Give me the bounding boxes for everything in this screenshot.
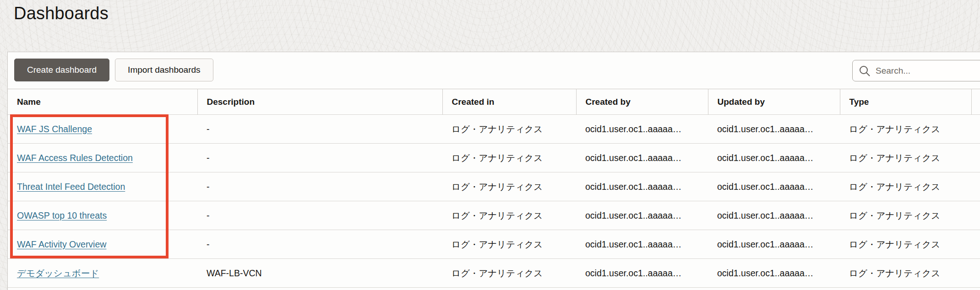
cell-name: デモダッシュボード xyxy=(8,259,197,288)
search-box[interactable] xyxy=(852,60,980,81)
cell-type: ログ・アナリティクス xyxy=(840,230,971,259)
cell-updated-by: ocid1.user.oc1..aaaaa… xyxy=(708,172,840,201)
cell-type: ログ・アナリティクス xyxy=(840,172,971,201)
cell-description: - xyxy=(197,115,442,144)
cell-description: - xyxy=(197,201,442,230)
table-row: デモダッシュボード WAF-LB-VCN ログ・アナリティクス ocid1.us… xyxy=(8,259,980,288)
cell-name: Threat Intel Feed Detection xyxy=(8,172,197,201)
cell-type: ログ・アナリティクス xyxy=(840,144,971,172)
table-row: WAF Activity Overview - ログ・アナリティクス ocid1… xyxy=(8,230,980,259)
cell-name: WAF Access Rules Detection xyxy=(8,144,197,172)
cell-updated-by: ocid1.user.oc1..aaaaa… xyxy=(708,201,840,230)
dashboard-link[interactable]: WAF Activity Overview xyxy=(17,239,106,249)
cell-filler xyxy=(971,259,980,288)
cell-updated-by: ocid1.user.oc1..aaaaa… xyxy=(708,259,840,288)
cell-filler xyxy=(971,115,980,144)
cell-updated-by: ocid1.user.oc1..aaaaa… xyxy=(708,115,840,144)
column-header-name[interactable]: Name xyxy=(8,89,197,115)
cell-type: ログ・アナリティクス xyxy=(840,259,971,288)
column-header-description[interactable]: Description xyxy=(197,89,442,115)
cell-created-in: ログ・アナリティクス xyxy=(442,201,576,230)
column-header-updated-by[interactable]: Updated by xyxy=(708,89,840,115)
cell-filler xyxy=(971,172,980,201)
cell-created-by: ocid1.user.oc1..aaaaa… xyxy=(576,172,708,201)
cell-created-in: ログ・アナリティクス xyxy=(442,259,576,288)
cell-created-by: ocid1.user.oc1..aaaaa… xyxy=(576,259,708,288)
cell-updated-by: ocid1.user.oc1..aaaaa… xyxy=(708,230,840,259)
table-row: WAF Access Rules Detection - ログ・アナリティクス … xyxy=(8,144,980,172)
cell-created-in: ログ・アナリティクス xyxy=(442,172,576,201)
content-panel: Create dashboard Import dashboards Name … xyxy=(7,52,980,290)
cell-updated-by: ocid1.user.oc1..aaaaa… xyxy=(708,144,840,172)
cell-created-by: ocid1.user.oc1..aaaaa… xyxy=(576,115,708,144)
cell-description: - xyxy=(197,230,442,259)
column-header-created-in[interactable]: Created in xyxy=(442,89,576,115)
cell-created-by: ocid1.user.oc1..aaaaa… xyxy=(576,230,708,259)
cell-name: WAF JS Challenge xyxy=(8,115,197,144)
toolbar: Create dashboard Import dashboards xyxy=(14,59,213,81)
dashboards-table: Name Description Created in Created by U… xyxy=(8,89,980,288)
cell-created-by: ocid1.user.oc1..aaaaa… xyxy=(576,201,708,230)
cell-description: - xyxy=(197,172,442,201)
cell-description: WAF-LB-VCN xyxy=(197,259,442,288)
import-dashboards-button[interactable]: Import dashboards xyxy=(115,59,213,81)
cell-created-by: ocid1.user.oc1..aaaaa… xyxy=(576,144,708,172)
page-title: Dashboards xyxy=(14,4,109,23)
create-dashboard-button[interactable]: Create dashboard xyxy=(14,59,109,81)
dashboard-link[interactable]: WAF Access Rules Detection xyxy=(17,153,133,163)
cell-name: OWASP top 10 threats xyxy=(8,201,197,230)
cell-description: - xyxy=(197,144,442,172)
dashboard-link[interactable]: WAF JS Challenge xyxy=(17,124,92,134)
table-row: WAF JS Challenge - ログ・アナリティクス ocid1.user… xyxy=(8,115,980,144)
cell-filler xyxy=(971,230,980,259)
column-header-type[interactable]: Type xyxy=(840,89,971,115)
cell-type: ログ・アナリティクス xyxy=(840,201,971,230)
table-row: Threat Intel Feed Detection - ログ・アナリティクス… xyxy=(8,172,980,201)
cell-filler xyxy=(971,144,980,172)
cell-type: ログ・アナリティクス xyxy=(840,115,971,144)
dashboard-link[interactable]: デモダッシュボード xyxy=(17,268,99,278)
search-icon xyxy=(859,65,871,77)
dashboard-link[interactable]: Threat Intel Feed Detection xyxy=(17,182,125,192)
cell-created-in: ログ・アナリティクス xyxy=(442,144,576,172)
cell-name: WAF Activity Overview xyxy=(8,230,197,259)
search-input[interactable] xyxy=(875,65,980,76)
column-header-created-by[interactable]: Created by xyxy=(576,89,708,115)
table-row: OWASP top 10 threats - ログ・アナリティクス ocid1.… xyxy=(8,201,980,230)
cell-filler xyxy=(971,201,980,230)
column-header-filler xyxy=(971,89,980,115)
cell-created-in: ログ・アナリティクス xyxy=(442,115,576,144)
cell-created-in: ログ・アナリティクス xyxy=(442,230,576,259)
dashboard-link[interactable]: OWASP top 10 threats xyxy=(17,210,107,220)
table-header: Name Description Created in Created by U… xyxy=(8,89,980,115)
